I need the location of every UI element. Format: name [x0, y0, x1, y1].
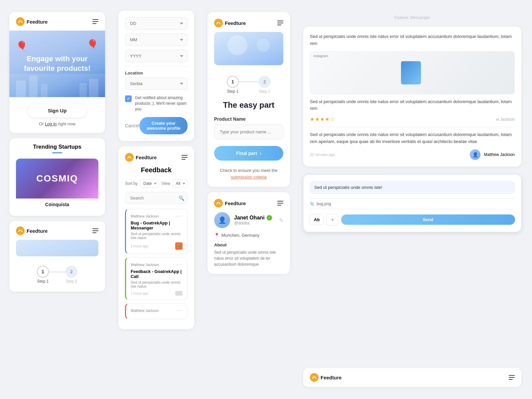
profile-location: 📍 Munchen, Germany — [214, 233, 283, 238]
signup-button[interactable]: Sign Up — [28, 104, 87, 117]
profile-name: Janet Ohani ✓ — [234, 215, 275, 221]
search-input[interactable] — [125, 192, 188, 204]
hero-banner: 🎈 🎈 Engage with your favourite products! — [9, 31, 105, 97]
trending-section: Trending Startups COSMIQ Coinquista — [9, 138, 105, 216]
balloon-right-icon: 🎈 — [87, 39, 98, 50]
hero-body: Sign Up Or Log in right now — [9, 97, 105, 133]
instagram-label: instagram — [314, 54, 328, 58]
plus-button[interactable]: + — [327, 214, 338, 226]
notify-text: Get notified about amazing products ;). … — [135, 95, 188, 112]
create-profile-button[interactable]: Create your awesome profile — [140, 117, 188, 134]
fi-3-dots[interactable]: ··· — [176, 308, 183, 314]
mini-step1-label: Step 1 — [37, 279, 49, 284]
reviewer-time: 20 minutes ago — [310, 153, 335, 157]
fi-1-author: Matthew Jackson — [131, 214, 159, 218]
edit-icon[interactable]: ✎ — [279, 217, 283, 223]
review-divider — [310, 127, 515, 127]
arrow-icon: › — [260, 151, 261, 156]
mm-select[interactable]: MM — [125, 34, 188, 46]
svg-point-1 — [16, 226, 25, 235]
fi-1-header: Matthew Jackson ··· — [131, 213, 183, 219]
mini-logo: Feedture — [16, 226, 48, 235]
signin-suffix: right now — [58, 121, 75, 126]
reviewer-name-2: Matthew Jackson — [484, 152, 515, 157]
form-card: DD MM YYYY Location Serbia — [118, 11, 194, 141]
step1-circle-main: 1 — [227, 76, 239, 88]
profile-logo: Feedture — [214, 199, 246, 207]
review2-text: Sed ut perspiciatis unde omnis iste natu… — [310, 131, 515, 145]
feedback-hamburger[interactable] — [182, 155, 188, 160]
chat-card: Sed ut perspiciatis unde omnis iste! 📎 b… — [303, 175, 521, 232]
fi-2-header: Matthew Jackson ··· — [131, 262, 183, 268]
view-label: View — [162, 181, 170, 186]
dd-select[interactable]: DD — [125, 17, 188, 30]
fi-1-title: Bug - GoatrekApp | Messanger — [131, 220, 183, 230]
fi-1-footer: 1 hours ago 🐛 — [131, 242, 183, 250]
attachment-icon: 📎 — [310, 201, 315, 206]
product-hamburger[interactable] — [277, 21, 283, 25]
location-select[interactable]: Serbia — [125, 77, 188, 90]
login-link[interactable]: Log in — [45, 121, 57, 126]
profile-handle: @dobba. — [234, 221, 275, 225]
feedback-item-3[interactable]: Matthew Jackson ··· — [125, 303, 188, 319]
trending-title: Trending Startups — [16, 144, 98, 150]
ab-button[interactable]: Ab — [310, 214, 324, 225]
city-building2 — [29, 75, 38, 97]
hero-tagline: Engage with your favourite products! — [9, 54, 105, 73]
stars-row: ★★★★☆ w Jackson — [310, 116, 515, 122]
svg-point-3 — [214, 19, 223, 27]
sort-select[interactable]: Date — [140, 179, 159, 188]
profile-card: Feedture 👤 Janet Ohani ✓ @dobba. ✎ — [207, 192, 290, 274]
reviewer-name-1: w Jackson — [496, 117, 515, 122]
product-name-input[interactable] — [214, 124, 283, 139]
step2-circle-main: 2 — [259, 76, 271, 88]
signin-or: Or — [39, 121, 44, 126]
search-wrap: 🔍 — [125, 192, 188, 204]
feedback-item-1[interactable]: Matthew Jackson ··· Bug - GoatrekApp | M… — [125, 209, 188, 254]
col-5: Feature: Messanger Sed ut perspiciatis u… — [298, 5, 528, 394]
about-label: About — [214, 242, 283, 247]
city-building5 — [79, 83, 87, 97]
mini-logo-row: Feedture — [16, 226, 98, 235]
notify-checkbox[interactable] — [125, 95, 132, 102]
svg-point-0 — [16, 17, 25, 26]
final-part-button[interactable]: Final part › — [214, 146, 283, 161]
feedback-title: Feedback — [125, 166, 188, 174]
mini-hamburger[interactable] — [92, 228, 98, 233]
mini-logo-text: Feedture — [27, 228, 48, 234]
sort-label: Sort by — [125, 181, 138, 186]
send-button[interactable]: Send — [341, 214, 515, 225]
reviewer-row: 20 minutes ago 👤 Matthew Jackson — [310, 149, 515, 160]
yyyy-select[interactable]: YYYY — [125, 50, 188, 62]
checkbox-row: Get notified about amazing products ;). … — [125, 95, 188, 112]
step-2-item: 2 Step 2 — [259, 76, 271, 94]
feedback-logo: Feedture — [125, 153, 157, 162]
profile-hamburger[interactable] — [277, 201, 283, 205]
step2-main-label: Step 2 — [259, 89, 271, 94]
fi-2-dots[interactable]: ··· — [176, 262, 183, 268]
logo-text: Feedture — [27, 19, 48, 25]
hero-shape1 — [227, 35, 247, 55]
search-icon-button[interactable]: 🔍 — [179, 196, 184, 201]
cancel-button[interactable]: Cancel — [125, 123, 140, 128]
fi-1-dots[interactable]: ··· — [176, 213, 183, 219]
fi-3-author: Matthew Jackson — [131, 309, 159, 313]
bottom-logo: Feedture — [310, 373, 341, 382]
submission-criteria-link[interactable]: submission criteria — [231, 175, 267, 180]
final-btn-label: Final part — [236, 151, 257, 156]
bottom-hamburger[interactable] — [509, 375, 515, 380]
chat-bubble: Sed ut perspiciatis unde omnis iste! — [310, 181, 515, 194]
bug-badge: 🐛 — [175, 242, 183, 250]
feedback-item-2[interactable]: Matthew Jackson ··· Feedback - GoatrekAp… — [125, 257, 188, 300]
view-select[interactable]: All — [173, 179, 188, 188]
startup-card[interactable]: COSMIQ Coinquista — [16, 159, 98, 209]
submission-note: Check to ensure you meet the submission … — [214, 167, 283, 180]
submission-note-text: Check to ensure you meet the — [220, 168, 277, 173]
fi-2-footer: 1 hours ago — [131, 291, 183, 296]
fi-2-title: Feedback - GoatrekApp | Call — [131, 269, 183, 279]
step2-circle: 2 — [66, 266, 77, 278]
hamburger-menu[interactable] — [92, 19, 98, 24]
profile-name-wrap: Janet Ohani ✓ @dobba. — [234, 215, 275, 225]
city-building4 — [89, 79, 98, 97]
fi-1-time: 1 hours ago — [131, 244, 148, 248]
